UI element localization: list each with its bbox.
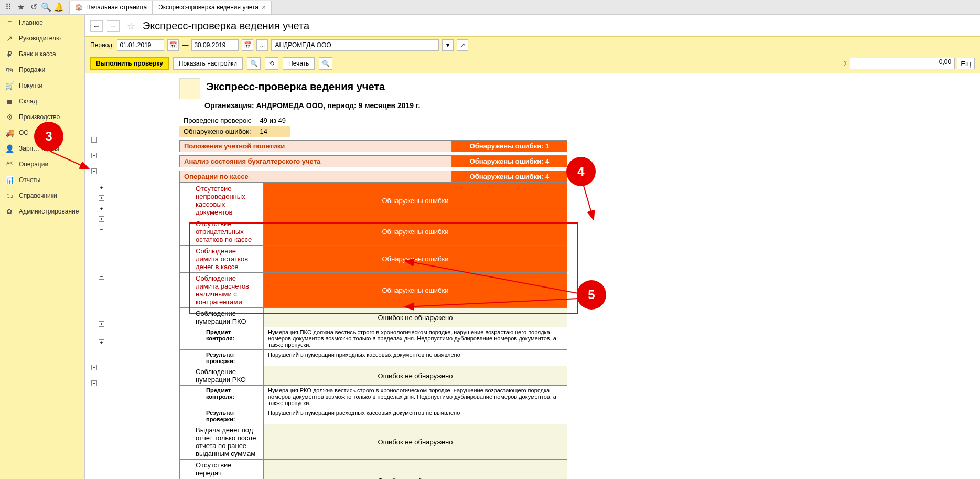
- section-1: Положения учетной политикиОбнаружены оши…: [179, 140, 567, 152]
- tree-collapse-3[interactable]: −: [91, 168, 97, 174]
- sub-status: Обнаружены ошибки: [264, 218, 567, 246]
- sidebar-item-bank[interactable]: ₽Банк и касса: [0, 46, 84, 62]
- more-button[interactable]: Ещ: [957, 58, 975, 69]
- report-title: Экспресс-проверка ведения учета: [206, 81, 385, 92]
- sub-title[interactable]: Отсутствие непроведенных кассовых докуме…: [180, 183, 264, 218]
- sub-title[interactable]: Отсутствие передач подотчетных сумм от о…: [180, 460, 264, 480]
- tree-expand-sub[interactable]: +: [99, 206, 104, 211]
- bars-icon: 📊: [5, 176, 14, 184]
- tree-expand-sub[interactable]: +: [99, 195, 104, 201]
- sub-title[interactable]: Соблюдение лимита расчетов наличными с к…: [180, 273, 264, 308]
- sub-title[interactable]: Выдача денег под отчет только после отче…: [180, 424, 264, 460]
- search-icon[interactable]: 🔍: [40, 1, 52, 14]
- org-dropdown-icon[interactable]: ▾: [442, 39, 454, 51]
- tab-express-label: Экспресс-проверка ведения учета: [158, 4, 259, 11]
- dash-label: —: [182, 41, 188, 49]
- result-text: Нарушений в нумерации расходных кассовых…: [264, 408, 567, 424]
- org-select[interactable]: АНДРОМЕДА ООО: [271, 39, 439, 51]
- sub-status: Обнаружены ошибки: [264, 183, 567, 218]
- checks-value: 49 из 49: [256, 115, 290, 126]
- sidebar-item-purchases[interactable]: 🛒Покупки: [0, 78, 84, 93]
- bag-icon: 🛍: [5, 66, 14, 74]
- sidebar-item-reports[interactable]: 📊Отчеты: [0, 172, 84, 188]
- tree-expand-1[interactable]: +: [91, 137, 97, 143]
- period-picker-button[interactable]: ...: [256, 39, 268, 51]
- sub-title[interactable]: Соблюдение нумерации ПКО: [180, 308, 264, 327]
- sidebar: ≡Главное ↗Руководителю ₽Банк и касса 🛍Пр…: [0, 15, 85, 479]
- result-text: Нарушений в нумерации приходных кассовых…: [264, 350, 567, 366]
- sub-status: Ошибок не обнаружено: [264, 308, 567, 327]
- period-label: Период:: [90, 41, 114, 49]
- tab-express[interactable]: Экспресс-проверка ведения учета ×: [153, 1, 272, 14]
- refresh-button[interactable]: ⟲: [265, 57, 278, 70]
- section-status: Обнаружены ошибки: 1: [452, 141, 567, 152]
- sidebar-item-label: Отчеты: [19, 176, 40, 184]
- section-title[interactable]: Операции по кассе: [180, 171, 452, 183]
- result-label: Результат проверки:: [180, 408, 264, 424]
- run-check-button[interactable]: Выполнить проверку: [90, 57, 169, 70]
- tree-collapse-sub[interactable]: −: [99, 274, 104, 280]
- sidebar-item-label: Операции: [19, 161, 48, 168]
- tab-home-label: Начальная страница: [86, 4, 147, 11]
- tree-expand-sub[interactable]: +: [99, 339, 104, 345]
- page-header: ← → ☆ Экспресс-проверка ведения учета: [85, 15, 980, 36]
- sidebar-item-manager[interactable]: ↗Руководителю: [0, 30, 84, 46]
- preview-button[interactable]: 🔍: [319, 57, 332, 70]
- sidebar-item-admin[interactable]: ✿Администрирование: [0, 204, 84, 219]
- tree-expand-sub[interactable]: +: [99, 321, 104, 327]
- sub-title[interactable]: Соблюдение нумерации РКО: [180, 366, 264, 386]
- gear-icon: ⚙: [5, 113, 14, 121]
- sub-title[interactable]: Соблюдение лимита остатков денег в кассе: [180, 246, 264, 273]
- sidebar-item-label: Склад: [19, 98, 37, 105]
- tree-expand-4[interactable]: +: [91, 365, 97, 370]
- history-icon[interactable]: ↺: [27, 1, 40, 14]
- chart-icon: ↗: [5, 34, 14, 42]
- balloon-5: 5: [577, 280, 606, 310]
- print-button[interactable]: Печать: [283, 57, 315, 70]
- sidebar-item-label: ОС: [19, 129, 28, 136]
- report-header: Экспресс-проверка ведения учета Организа…: [179, 78, 970, 110]
- sidebar-item-label: Продажи: [19, 66, 45, 73]
- home-icon: 🏠: [75, 4, 83, 11]
- tree-expand-2[interactable]: +: [91, 153, 97, 158]
- sidebar-item-sales[interactable]: 🛍Продажи: [0, 62, 84, 78]
- sidebar-item-label: Покупки: [19, 82, 42, 89]
- tree-expand-sub[interactable]: +: [99, 185, 104, 190]
- stack-icon: ≣: [5, 97, 14, 105]
- star-icon[interactable]: ★: [15, 1, 27, 14]
- section-title[interactable]: Положения учетной политики: [180, 141, 452, 152]
- section-status: Обнаружены ошибки: 4: [452, 171, 567, 183]
- section-title[interactable]: Анализ состояния бухгалтерского учета: [180, 156, 452, 167]
- date-from-input[interactable]: [117, 39, 164, 51]
- org-open-icon[interactable]: ↗: [457, 39, 468, 51]
- sidebar-item-stock[interactable]: ≣Склад: [0, 93, 84, 109]
- back-button[interactable]: ←: [90, 20, 103, 32]
- apps-icon[interactable]: ⠿: [2, 1, 15, 14]
- calendar-from-icon[interactable]: 📅: [167, 39, 179, 51]
- date-to-input[interactable]: [191, 39, 239, 51]
- forward-button[interactable]: →: [107, 20, 120, 32]
- tab-home[interactable]: 🏠 Начальная страница: [69, 1, 153, 14]
- bell-icon[interactable]: 🔔: [52, 1, 65, 14]
- sub-status: Ошибок не обнаружено: [264, 366, 567, 386]
- report-subtitle: Организация: АНДРОМЕДА ООО, период: 9 ме…: [204, 101, 970, 110]
- subject-label: Предмет контроля:: [180, 386, 264, 408]
- tree-expand-5[interactable]: +: [91, 380, 97, 386]
- sidebar-item-refs[interactable]: 🗂Справочники: [0, 188, 84, 204]
- sub-title[interactable]: Отсутствие отрицательных остатков по кас…: [180, 218, 264, 246]
- sidebar-item-operations[interactable]: ᴬᴷОперации: [0, 156, 84, 172]
- sidebar-item-main[interactable]: ≡Главное: [0, 15, 84, 30]
- tree-collapse-sub[interactable]: −: [99, 227, 104, 232]
- sub-status: Ошибок не обнаружено: [264, 424, 567, 460]
- tree-expand-sub[interactable]: +: [99, 216, 104, 222]
- sigma-icon: Σ: [843, 59, 848, 68]
- star-outline-icon[interactable]: ☆: [127, 20, 135, 32]
- sum-field: 0,00: [850, 58, 955, 69]
- calendar-to-icon[interactable]: 📅: [242, 39, 253, 51]
- summary-table: Проведено проверок:49 из 49 Обнаружено о…: [179, 115, 290, 137]
- show-settings-button[interactable]: Показать настройки: [173, 57, 243, 70]
- subject-label: Предмет контроля:: [180, 327, 264, 350]
- search-button[interactable]: 🔍: [247, 57, 261, 70]
- section-3: Операции по кассеОбнаружены ошибки: 4: [179, 171, 567, 183]
- close-icon[interactable]: ×: [262, 3, 266, 12]
